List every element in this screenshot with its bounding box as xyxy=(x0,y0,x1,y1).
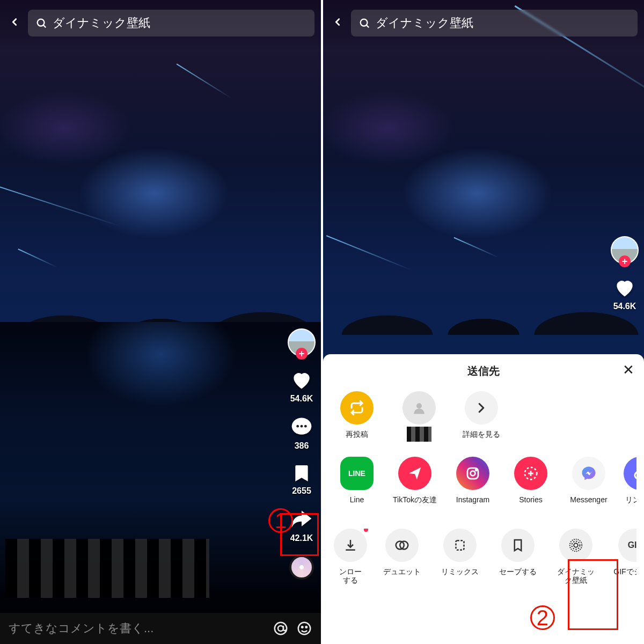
svg-point-0 xyxy=(38,19,45,26)
share-tiktok-friends[interactable]: TikTokの友達 xyxy=(392,457,438,514)
comment-input[interactable]: すてきなコメントを書く... xyxy=(9,620,265,636)
repost-button[interactable]: 再投稿 xyxy=(334,391,380,442)
close-button[interactable]: ✕ xyxy=(623,362,634,378)
callout-2-highlight xyxy=(568,559,618,630)
cell-label: リミックス xyxy=(441,567,479,576)
share-contacts-row: 再投稿 詳細を見る xyxy=(331,391,636,442)
duet-icon xyxy=(385,529,419,562)
action-remix[interactable]: リミックス xyxy=(437,529,483,586)
svg-point-21 xyxy=(574,543,578,547)
share-sheet: 送信先 ✕ 再投稿 詳細を見る xyxy=(323,354,644,644)
svg-point-11 xyxy=(361,19,368,26)
callout-1: 1 xyxy=(268,508,293,533)
cell-label: Instagram xyxy=(456,495,489,504)
share-line[interactable]: LINE Line xyxy=(334,457,380,514)
save-button[interactable]: 2655 xyxy=(291,463,312,496)
follow-icon[interactable]: + xyxy=(619,255,631,267)
remix-icon xyxy=(443,529,477,562)
back-button[interactable] xyxy=(328,13,347,33)
comment-button[interactable]: 386 xyxy=(290,415,313,451)
search-bar[interactable]: ダイナミック壁紙 xyxy=(351,10,638,36)
cell-label: Messenger xyxy=(570,495,607,504)
screenshot-step-1: ダイナミック壁紙 + 54.6K 386 2655 42.1K 1 すてきなコメ… xyxy=(0,0,321,644)
svg-point-16 xyxy=(475,470,477,471)
heart-icon xyxy=(290,368,313,392)
like-button[interactable]: 54.6K xyxy=(613,276,636,311)
live-wallpaper-icon xyxy=(559,529,592,562)
share-sheet-title: 送信先 xyxy=(331,364,636,378)
cell-label: リンクコピ xyxy=(624,495,636,514)
sound-disc[interactable] xyxy=(289,555,314,580)
contact-button[interactable] xyxy=(396,391,442,442)
search-text: ダイナミック壁紙 xyxy=(376,15,473,31)
cell-label: Line xyxy=(350,495,364,504)
svg-rect-20 xyxy=(456,540,464,550)
top-bar: ダイナミック壁紙 xyxy=(0,10,314,36)
gif-icon: GIF xyxy=(618,529,636,562)
svg-point-6 xyxy=(275,623,287,635)
cell-label: 再投稿 xyxy=(346,430,368,439)
save-count: 2655 xyxy=(292,486,311,496)
search-icon xyxy=(35,17,47,29)
share-messenger[interactable]: Messenger xyxy=(566,457,612,514)
share-copy-link[interactable]: リンクコピ xyxy=(624,457,636,514)
chevron-left-icon xyxy=(332,16,343,28)
contact-name-redacted xyxy=(407,427,431,442)
action-duet[interactable]: デュエット xyxy=(379,529,425,586)
link-icon xyxy=(624,457,636,490)
svg-line-1 xyxy=(43,25,46,27)
cell-label: ンロー する xyxy=(339,567,362,586)
chevron-left-icon xyxy=(9,16,20,28)
svg-point-9 xyxy=(302,626,303,628)
download-icon xyxy=(334,529,367,562)
line-icon: LINE xyxy=(340,457,374,490)
search-icon xyxy=(358,17,370,29)
action-save[interactable]: セーブする xyxy=(495,529,541,586)
messenger-icon xyxy=(572,457,605,490)
send-icon xyxy=(398,457,431,490)
share-stories[interactable]: Stories xyxy=(508,457,554,514)
stories-icon xyxy=(514,457,547,490)
callout-2: 2 xyxy=(530,605,555,630)
cell-label: Stories xyxy=(519,495,543,504)
cell-label: TikTokの友達 xyxy=(393,495,437,504)
share-apps-row[interactable]: LINE Line TikTokの友達 Instagram Stories xyxy=(331,457,636,514)
more-contacts-button[interactable]: 詳細を見る xyxy=(458,391,504,442)
share-instagram[interactable]: Instagram xyxy=(450,457,496,514)
screenshot-step-2: ダイナミック壁紙 + 54.6K 送信先 ✕ 再投稿 xyxy=(323,0,644,644)
action-download[interactable]: ンロー する xyxy=(334,529,367,586)
search-bar[interactable]: ダイナミック壁紙 xyxy=(28,10,314,36)
like-count: 54.6K xyxy=(290,394,313,404)
heart-icon xyxy=(613,276,636,299)
caption-redacted xyxy=(5,539,209,598)
emoji-icon[interactable] xyxy=(296,620,312,636)
profile-avatar[interactable]: + xyxy=(288,328,316,356)
cell-label: セーブする xyxy=(499,567,537,576)
top-bar: ダイナミック壁紙 xyxy=(323,10,638,36)
back-button[interactable] xyxy=(5,13,24,33)
bookmark-icon xyxy=(291,463,312,484)
profile-avatar[interactable]: + xyxy=(611,236,639,264)
video-mountains xyxy=(323,287,644,335)
like-button[interactable]: 54.6K xyxy=(290,368,313,404)
search-text: ダイナミック壁紙 xyxy=(53,15,150,31)
svg-point-5 xyxy=(304,425,307,428)
comment-bar: すてきなコメントを書く... xyxy=(0,613,321,644)
action-rail: + 54.6K xyxy=(611,236,639,311)
user-icon xyxy=(402,391,436,425)
instagram-icon xyxy=(456,457,489,490)
bookmark-icon xyxy=(501,529,535,562)
chevron-right-icon xyxy=(465,391,498,425)
svg-point-10 xyxy=(306,626,308,628)
svg-point-8 xyxy=(298,623,311,635)
comment-count: 386 xyxy=(295,441,309,451)
svg-point-3 xyxy=(296,425,299,428)
comment-icon xyxy=(290,415,313,439)
cell-label: 詳細を見る xyxy=(463,430,500,439)
follow-icon[interactable]: + xyxy=(296,348,308,360)
svg-point-13 xyxy=(416,403,422,408)
mention-icon[interactable] xyxy=(273,620,289,636)
cell-label: デュエット xyxy=(383,567,421,576)
svg-point-7 xyxy=(278,626,283,631)
svg-point-15 xyxy=(471,471,475,476)
